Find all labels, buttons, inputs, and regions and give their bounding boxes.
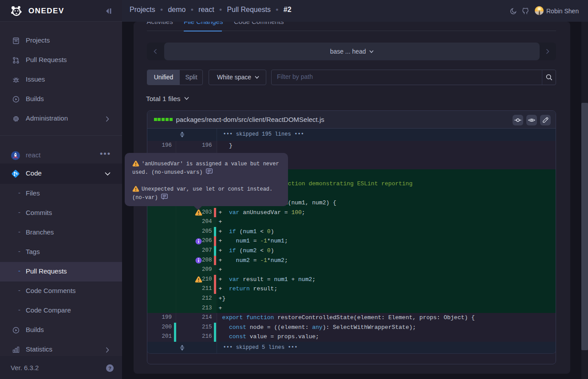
svg-text:?: ? — [108, 366, 111, 371]
